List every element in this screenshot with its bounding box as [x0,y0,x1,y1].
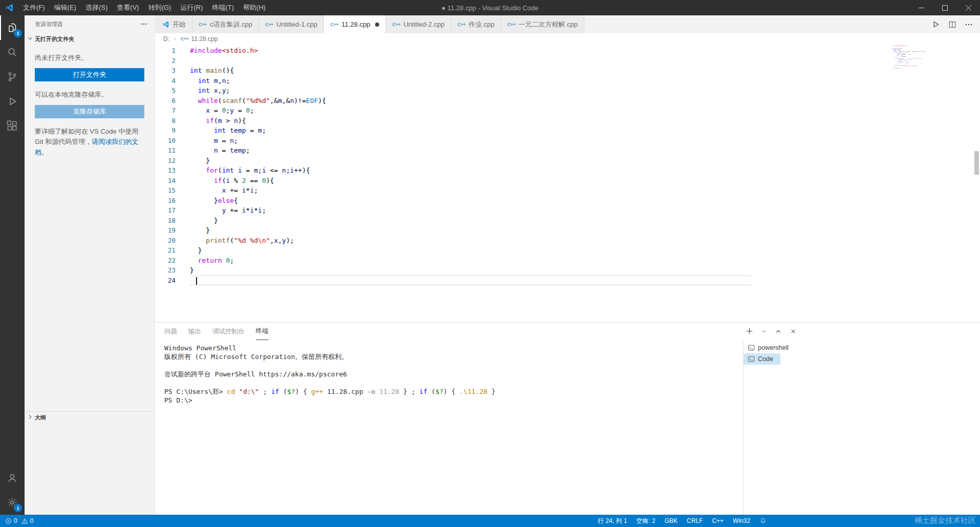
code-line[interactable]: #include<stdio.h> [190,46,980,56]
more-actions-button[interactable] [965,20,973,29]
vscode-window: 文件(F)编辑(E)选择(S)查看(V)转到(G)运行(R)终端(T)帮助(H)… [0,0,980,527]
code-line[interactable]: if(m > n){ [190,116,980,126]
open-folder-button[interactable]: 打开文件夹 [35,68,144,81]
badge: 1 [14,504,22,512]
code-line[interactable]: int x,y; [190,86,980,96]
code-line[interactable]: } [190,265,980,276]
search-icon[interactable] [0,40,25,65]
breadcrumb-item[interactable]: D: [163,35,169,43]
code-line[interactable] [190,276,751,286]
editor-tab-3[interactable]: C++11.28.cpp [324,15,386,33]
code-line[interactable]: x = 0;y = 0; [190,106,980,116]
code-line[interactable]: } [190,245,980,256]
extensions-icon[interactable] [0,114,25,138]
code-line[interactable]: if(i % 2 == 0){ [190,176,980,186]
panel-tab-bar: 问题输出调试控制台终端 [155,323,980,340]
editor-tab-0[interactable]: 开始 [155,15,192,33]
indentation-status[interactable]: 空格: 2 [636,517,655,525]
code-line[interactable]: } [190,216,980,226]
close-button[interactable] [956,0,980,15]
run-debug-icon[interactable] [0,89,25,114]
code-line[interactable]: y += i*i*i; [190,205,980,216]
code-line[interactable]: while(scanf("%d%d",&m,&n)!=EOF){ [190,96,980,106]
account-icon[interactable] [0,466,25,490]
clone-repo-button[interactable]: 克隆存储库 [35,105,144,118]
code-line[interactable]: int main(){ [190,66,980,76]
outline-section-header[interactable]: 大纲 [25,411,155,423]
eol-status[interactable]: CRLF [687,517,703,524]
code-line[interactable]: printf("%d %d\n",x,y); [190,236,980,246]
code-line[interactable]: m = n; [190,136,980,146]
code-line[interactable]: n = temp; [190,145,980,156]
tab-label: Untitled-2.cpp [403,20,444,28]
maximize-panel-button[interactable] [775,327,782,335]
cursor-position-status[interactable]: 行 24, 列 1 [598,517,627,525]
tab-label: 一元二次方程解.cpp [518,20,578,29]
menu-item[interactable]: 选择(S) [81,0,112,15]
new-terminal-button[interactable] [746,327,753,335]
bottom-panel: 问题输出调试控制台终端 Windows PowerShell版权所有 (C) M… [155,322,980,515]
line-number: 5 [155,86,176,96]
error-icon [5,518,12,524]
platform-status[interactable]: Win32 [733,517,750,524]
panel-tab-3[interactable]: 终端 [256,323,269,340]
split-editor-button[interactable] [948,20,956,29]
editor-tab-2[interactable]: C++Untitled-1.cpp [259,15,324,33]
minimap[interactable]: #include<stdio.h>int main(){ int m,n; in… [891,46,952,73]
chevron-right-icon [27,413,34,421]
badge: 1 [14,29,22,37]
scrollbar-thumb[interactable] [974,151,979,175]
line-number-gutter: 123456789101112131415161718192021222324 [155,45,184,322]
code-line[interactable]: return 0; [190,256,980,266]
language-status[interactable]: C++ [712,517,724,524]
menu-item[interactable]: 编辑(E) [50,0,81,15]
code-line[interactable]: }else{ [190,196,980,206]
menu-item[interactable]: 查看(V) [112,0,143,15]
terminal-output[interactable]: Windows PowerShell版权所有 (C) Microsoft Cor… [155,340,743,515]
ellipsis-icon[interactable] [140,20,147,29]
code-line[interactable]: for(int i = m;i <= n;i++){ [190,165,980,176]
source-control-icon[interactable] [0,65,25,89]
editor-tab-5[interactable]: C++作业.cpp [451,15,502,33]
code-line[interactable] [190,56,980,66]
menu-item[interactable]: 转到(G) [144,0,176,15]
tab-label: c语言集训.cpp [210,20,252,29]
section-no-open-folder[interactable]: 无打开的文件夹 [25,33,155,45]
editor-tab-6[interactable]: C++一元二次方程解.cpp [501,15,584,33]
panel-tab-1[interactable]: 输出 [188,323,201,340]
no-folder-text: 尚未打开文件夹。 [35,53,144,63]
code-line[interactable]: int temp = m; [190,125,980,136]
settings-icon[interactable]: 1 [0,490,25,515]
encoding-status[interactable]: GBK [665,517,678,524]
line-number: 23 [155,265,176,276]
editor-tab-4[interactable]: C++Untitled-2.cpp [386,15,451,33]
maximize-button[interactable] [933,0,956,15]
line-number: 13 [155,165,176,176]
terminal-line: 版权所有 (C) Microsoft Corporation。保留所有权利。 [164,352,743,361]
code-line[interactable]: } [190,225,980,236]
line-number: 15 [155,185,176,196]
cpp-file-icon: C++ [181,36,189,41]
terminal-list-item[interactable]: powershell [744,342,796,353]
code-line[interactable]: } [190,156,980,166]
panel-tab-0[interactable]: 问题 [164,323,177,340]
title-bar: 文件(F)编辑(E)选择(S)查看(V)转到(G)运行(R)终端(T)帮助(H)… [0,0,980,15]
panel-tab-2[interactable]: 调试控制台 [212,323,245,340]
bell-icon[interactable] [759,517,767,524]
menu-item[interactable]: 终端(T) [207,0,238,15]
menu-item[interactable]: 运行(R) [176,0,207,15]
menu-item[interactable]: 文件(F) [18,0,50,15]
breadcrumb-item[interactable]: 11.28.cpp [191,35,218,43]
problems-status[interactable]: 0 0 [5,517,33,524]
code-editor[interactable]: 123456789101112131415161718192021222324 … [155,45,980,322]
run-button[interactable] [931,20,940,29]
code-line[interactable]: int m,n; [190,76,980,86]
chevron-down-icon[interactable] [761,327,767,335]
menu-item[interactable]: 帮助(H) [238,0,270,15]
terminal-list-item[interactable]: Code [744,353,780,365]
code-line[interactable]: x += i*i; [190,185,980,196]
close-panel-button[interactable] [790,327,797,335]
editor-tab-1[interactable]: C++c语言集训.cpp [192,15,259,33]
explorer-icon[interactable]: 1 [0,15,25,40]
minimize-button[interactable] [909,0,933,15]
